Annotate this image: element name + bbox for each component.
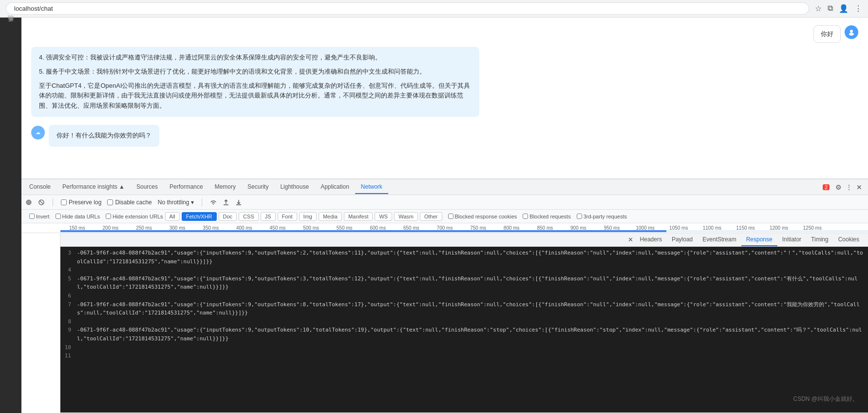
line-num-4: 4 xyxy=(62,266,77,275)
filter-bar: Invert Hide data URLs Hide extension URL… xyxy=(21,210,868,223)
record-button[interactable] xyxy=(25,199,32,206)
invert-input[interactable] xyxy=(29,214,35,219)
filter-font[interactable]: Font xyxy=(278,212,297,221)
network-list[interactable] xyxy=(21,233,60,413)
ai-avatar: ☁ xyxy=(31,126,45,139)
browser-url-bar[interactable]: localhost/chat xyxy=(6,2,809,15)
tab-initiator[interactable]: Initiator xyxy=(777,233,806,246)
filter-doc[interactable]: Doc xyxy=(219,212,237,221)
third-party-checkbox[interactable]: 3rd-party requests xyxy=(577,214,627,219)
extension-icon[interactable]: ⧉ xyxy=(828,4,833,13)
chat-messages: 你好 4. 强调安全可控：我被设计成严格遵守法律法规，并通过阿里云的安全体系保障… xyxy=(21,18,868,178)
settings-icon[interactable]: ⚙ xyxy=(835,183,842,191)
menu-icon[interactable]: ⋮ xyxy=(854,4,862,13)
ai-message-content: 4. 强调安全可控：我被设计成严格遵守法律法规，并通过阿里云的安全体系保障生成内… xyxy=(31,47,479,117)
tab-payload[interactable]: Payload xyxy=(667,233,698,246)
tab-cookies[interactable]: Cookies xyxy=(833,233,864,246)
hide-data-urls-checkbox[interactable]: Hide data URLs xyxy=(56,214,100,219)
code-line-10: 10 xyxy=(62,343,866,352)
tab-console[interactable]: Console xyxy=(23,180,57,194)
code-line-6: 6 xyxy=(62,292,866,300)
ai-text-2: 5. 服务于中文场景：我特别针对中文场景进行了优化，能更好地理解中文的语境和文化… xyxy=(39,67,472,77)
tab-security[interactable]: Security xyxy=(242,180,274,194)
hide-extension-urls-checkbox[interactable]: Hide extension URLs xyxy=(106,214,163,219)
line-content-5: -0671-9f6f-ac48-088f47b2ac91","usage":{"… xyxy=(77,275,866,292)
tab-network[interactable]: Network xyxy=(355,180,388,194)
preserve-log-input[interactable] xyxy=(61,199,67,205)
tab-headers[interactable]: Headers xyxy=(635,233,667,246)
line-num-5: 5 xyxy=(62,275,77,292)
blocked-requests-input[interactable] xyxy=(523,214,528,219)
line-num-8: 8 xyxy=(62,317,77,326)
response-content[interactable]: 3 -0671-9f6f-ac48-088f47b2ac91","usage":… xyxy=(60,247,868,413)
tab-sources[interactable]: Sources xyxy=(131,180,164,194)
code-line-7: 7 -0671-9f6f-ac48-088f47b2ac91","usage":… xyxy=(62,300,866,317)
line-content-9: -0671-9f6f-ac48-088f47b2ac91","usage":{"… xyxy=(77,326,866,343)
filter-wasm[interactable]: Wasm xyxy=(394,212,418,221)
timeline-progress xyxy=(60,230,868,232)
filter-img[interactable]: Img xyxy=(299,212,317,221)
watermark: CSDN @叫我小金就好。 xyxy=(793,395,858,403)
code-line-5: 5 -0671-9f6f-ac48-088f47b2ac91","usage":… xyxy=(62,275,866,292)
clear-button[interactable] xyxy=(38,199,45,206)
invert-checkbox[interactable]: Invert xyxy=(29,214,50,219)
sidebar-label: 系统 xyxy=(7,22,15,30)
alert-badge: 2 xyxy=(823,184,830,190)
ai-greeting-row: ☁ 你好！有什么我能为你效劳的吗？ xyxy=(31,125,858,147)
more-icon[interactable]: ⋮ xyxy=(846,183,852,191)
throttling-select[interactable]: No throttling ▾ xyxy=(158,199,194,206)
filter-manifest[interactable]: Manifest xyxy=(344,212,373,221)
tab-performance[interactable]: Performance xyxy=(164,180,209,194)
blocked-response-input[interactable] xyxy=(448,214,453,219)
tab-application[interactable]: Application xyxy=(315,180,355,194)
ai-text-1: 4. 强调安全可控：我被设计成严格遵守法律法规，并通过阿里云的安全体系保障生成内… xyxy=(39,53,472,63)
star-icon[interactable]: ☆ xyxy=(815,4,822,13)
code-line-8: 8 xyxy=(62,317,866,326)
preserve-log-label: Preserve log xyxy=(69,199,101,206)
sidebar: 系统 xyxy=(0,18,21,413)
filter-media[interactable]: Media xyxy=(319,212,342,221)
tab-lighthouse[interactable]: Lighthouse xyxy=(274,180,315,194)
tab-eventstream[interactable]: EventStream xyxy=(698,233,741,246)
timeline-progress-fill xyxy=(60,230,666,232)
devtools-toolbar: Preserve log Disable cache No throttling… xyxy=(21,195,868,210)
blocked-requests-checkbox[interactable]: Blocked requests xyxy=(523,214,570,219)
blocked-response-checkbox[interactable]: Blocked response cookies xyxy=(448,214,517,219)
filter-all[interactable]: All xyxy=(165,212,180,221)
download-icon[interactable] xyxy=(235,199,242,206)
devtools-panel: Console Performance insights ▲ Sources P… xyxy=(21,178,868,413)
tab-memory[interactable]: Memory xyxy=(209,180,242,194)
hide-extension-urls-input[interactable] xyxy=(106,214,111,219)
upload-icon[interactable] xyxy=(223,199,229,206)
preserve-log-checkbox[interactable]: Preserve log xyxy=(61,199,101,206)
devtools-action-icons: 2 ⚙ ⋮ ✕ xyxy=(823,183,866,191)
user-avatar xyxy=(845,25,858,39)
code-line-4: 4 xyxy=(62,266,866,275)
line-num-10: 10 xyxy=(62,343,77,352)
third-party-label: 3rd-party requests xyxy=(584,214,627,219)
user-message: 你好 xyxy=(813,25,841,43)
blocked-requests-label: Blocked requests xyxy=(529,214,570,219)
hide-data-urls-input[interactable] xyxy=(56,214,61,219)
response-panel: ✕ Headers Payload EventStream Response I… xyxy=(60,233,868,413)
ai-text-3: 至于ChatGPT4，它是OpenAI公司推出的先进语言模型，具有强大的语言生成… xyxy=(39,81,472,111)
disable-cache-checkbox[interactable]: Disable cache xyxy=(107,199,151,206)
tab-response[interactable]: Response xyxy=(741,233,777,246)
close-response-panel[interactable]: ✕ xyxy=(626,233,635,246)
profile-icon[interactable]: 👤 xyxy=(839,4,849,13)
tab-timing[interactable]: Timing xyxy=(806,233,833,246)
code-line-3: 3 -0671-9f6f-ac48-088f47b2ac91","usage":… xyxy=(62,249,866,266)
filter-js[interactable]: JS xyxy=(261,212,276,221)
filter-other[interactable]: Other xyxy=(420,212,442,221)
network-content: ✕ Headers Payload EventStream Response I… xyxy=(21,233,868,413)
filter-css[interactable]: CSS xyxy=(239,212,259,221)
disable-cache-input[interactable] xyxy=(107,199,113,205)
svg-point-2 xyxy=(26,200,31,205)
line-num-3: 3 xyxy=(62,249,77,266)
filter-fetch-xhr[interactable]: Fetch/XHR xyxy=(182,212,217,221)
close-devtools-icon[interactable]: ✕ xyxy=(856,183,862,191)
filter-ws[interactable]: WS xyxy=(375,212,392,221)
throttling-label: No throttling xyxy=(158,199,189,206)
third-party-input[interactable] xyxy=(577,214,582,219)
tab-performance-insights[interactable]: Performance insights ▲ xyxy=(57,180,131,194)
